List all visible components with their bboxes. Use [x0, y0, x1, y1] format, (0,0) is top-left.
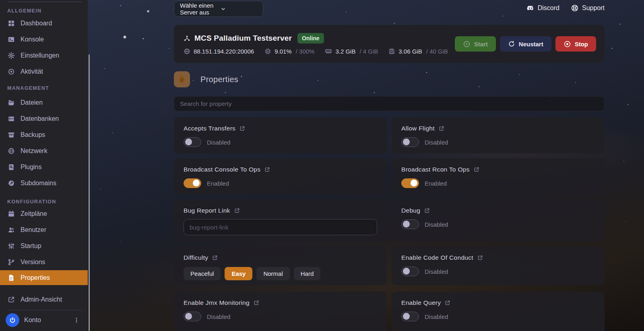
toggle-switch[interactable]: [184, 312, 201, 321]
search-input[interactable]: [174, 96, 605, 111]
restart-button[interactable]: Neustart: [500, 36, 551, 52]
sidebar-item-benutzer[interactable]: Benutzer: [0, 222, 88, 238]
stat-disk-value: 3.06 GiB: [398, 48, 422, 55]
external-link-icon[interactable]: [212, 255, 218, 261]
difficulty-option-peaceful[interactable]: Peaceful: [184, 267, 221, 280]
properties-header: Properties: [174, 71, 238, 87]
sidebar-item-startup[interactable]: Startup: [0, 238, 88, 254]
external-link-icon[interactable]: [445, 300, 450, 306]
toggle-switch[interactable]: [401, 178, 419, 188]
toggle-switch[interactable]: [401, 137, 419, 147]
difficulty-option-normal[interactable]: Normal: [256, 267, 289, 280]
git-branch-icon: [7, 258, 15, 266]
external-link-icon[interactable]: [424, 208, 430, 213]
discord-link[interactable]: Discord: [526, 4, 559, 12]
property-card-enable-jmx-monitoring: Enable Jmx Monitoring Disabled: [174, 292, 387, 331]
server-info: MCS Palladium Testserver Online 88.151.1…: [184, 33, 448, 55]
stat-ram-max: / 4 GiB: [359, 48, 378, 55]
kebab-menu-icon[interactable]: [73, 317, 80, 323]
stop-button[interactable]: Stop: [555, 36, 596, 52]
stat-cpu: 9.01% / 300%: [264, 48, 314, 55]
property-title: Accepts Transfers: [184, 125, 235, 132]
external-link-icon[interactable]: [474, 167, 479, 172]
toggle-switch[interactable]: [401, 267, 419, 276]
sidebar-item-konsole[interactable]: Konsole: [0, 31, 88, 48]
properties-file-icon: [174, 71, 190, 87]
sidebar-item-properties[interactable]: Properties: [0, 270, 88, 285]
property-title: Broadcast Rcon To Ops: [401, 166, 470, 173]
sidebar-item-netzwerk[interactable]: Netzwerk: [0, 143, 88, 159]
stat-cpu-max: / 300%: [296, 48, 315, 55]
toggle-switch[interactable]: [401, 312, 419, 321]
external-link-icon[interactable]: [477, 255, 483, 261]
property-title: Bug Report Link: [184, 207, 230, 214]
disk-icon: [388, 48, 395, 55]
sidebar-item-label: Benutzer: [21, 226, 46, 234]
external-link-icon[interactable]: [254, 300, 259, 306]
sidebar-scrollbar[interactable]: [89, 54, 90, 331]
database-icon: [7, 115, 15, 123]
property-title: Enable Jmx Monitoring: [184, 299, 250, 306]
sidebar-section-management: MANAGEMENT: [0, 85, 88, 91]
property-card-broadcast-console: Broadcast Console To Ops Enabled: [174, 158, 387, 194]
sidebar-item-aktivitaet[interactable]: Aktivität: [0, 64, 88, 80]
toggle-state-label: Disabled: [207, 313, 230, 320]
server-actions: Start Neustart Stop: [455, 36, 596, 52]
external-link-icon[interactable]: [239, 126, 245, 131]
support-label: Support: [582, 4, 605, 12]
sidebar-item-plugins[interactable]: Plugins: [0, 159, 88, 175]
stat-ram: 3.2 GiB / 4 GiB: [325, 48, 378, 55]
sidebar-item-datenbanken[interactable]: Datenbanken: [0, 111, 88, 127]
file-search-icon: [7, 163, 15, 171]
terminal-icon: [7, 35, 15, 43]
difficulty-option-hard[interactable]: Hard: [294, 267, 321, 280]
server-select-label: Wähle einen Server aus: [180, 2, 217, 16]
stat-cpu-value: 9.01%: [275, 48, 292, 55]
bug-report-link-input[interactable]: [184, 219, 377, 235]
sidebar-item-backups[interactable]: Backups: [0, 127, 88, 143]
toggle-switch[interactable]: [401, 219, 419, 229]
property-card-bug-report-link: Bug Report Link: [174, 199, 387, 242]
sidebar-item-versions[interactable]: Versions: [0, 254, 88, 270]
property-title: Enable Code Of Conduct: [401, 254, 473, 261]
sidebar-item-label: Konsole: [21, 36, 44, 43]
play-circle-icon: [463, 40, 471, 48]
difficulty-option-easy[interactable]: Easy: [225, 267, 252, 280]
account-row[interactable]: Konto: [0, 312, 88, 328]
stat-ram-value: 3.2 GiB: [335, 48, 355, 55]
start-button[interactable]: Start: [455, 36, 496, 52]
sidebar-item-einstellungen[interactable]: Einstellungen: [0, 48, 88, 64]
globe-arrow-icon: [7, 179, 15, 187]
calendar-icon: [7, 210, 15, 218]
sidebar-item-dateien[interactable]: Dateien: [0, 95, 88, 111]
toggle-switch[interactable]: [184, 137, 201, 147]
sidebar-section-allgemein: ALLGEMEIN: [0, 8, 88, 14]
status-badge: Online: [297, 33, 324, 43]
archive-icon: [7, 131, 15, 139]
stat-ip-value: 88.151.194.220:20006: [194, 48, 254, 55]
sidebar-item-zeitplaene[interactable]: Zeitpläne: [0, 206, 88, 222]
external-link-icon[interactable]: [234, 208, 240, 213]
support-link[interactable]: Support: [571, 4, 605, 12]
external-link-icon[interactable]: [264, 167, 270, 172]
sidebar-item-admin-ansicht[interactable]: Admin-Ansicht: [0, 292, 88, 308]
sidebar-item-label: Aktivität: [21, 68, 43, 75]
property-cards-grid-row5: Enable Jmx Monitoring Disabled Enable Qu…: [174, 292, 605, 331]
external-link-icon: [7, 296, 15, 304]
property-title: Enable Query: [401, 299, 441, 306]
toggle-switch[interactable]: [184, 178, 201, 188]
property-card-broadcast-rcon: Broadcast Rcon To Ops Enabled: [392, 158, 605, 194]
folder-icon: [7, 99, 15, 107]
sidebar-item-dashboard[interactable]: Dashboard: [0, 15, 88, 31]
sidebar-item-label: Zeitpläne: [21, 210, 47, 217]
sidebar-item-subdomains[interactable]: Subdomains: [0, 175, 88, 191]
external-link-icon[interactable]: [439, 126, 444, 131]
server-stats: 88.151.194.220:20006 9.01% / 300% 3.2 Gi…: [184, 48, 448, 55]
property-card-enable-code-of-conduct: Enable Code Of Conduct Disabled: [392, 246, 605, 285]
sidebar-item-label: Plugins: [21, 163, 41, 171]
property-card-accepts-transfers: Accepts Transfers Disabled: [174, 117, 387, 153]
avatar[interactable]: [6, 313, 19, 327]
server-select-dropdown[interactable]: Wähle einen Server aus: [174, 1, 263, 17]
difficulty-options: Peaceful Easy Normal Hard: [184, 267, 377, 280]
stop-circle-icon: [564, 40, 571, 48]
